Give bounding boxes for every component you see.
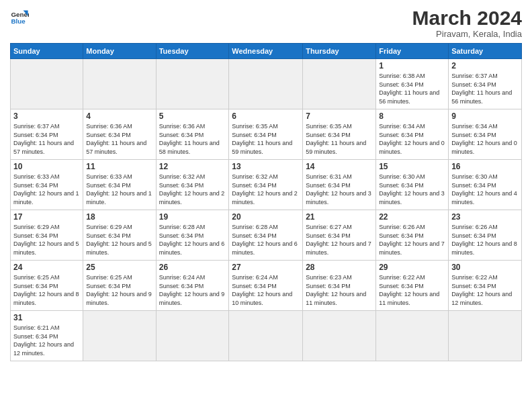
day-info: Sunrise: 6:32 AMSunset: 6:34 PMDaylight:… — [232, 173, 300, 206]
table-cell: 5Sunrise: 6:36 AMSunset: 6:34 PMDaylight… — [156, 109, 229, 160]
day-info: Sunrise: 6:24 AMSunset: 6:34 PMDaylight:… — [232, 273, 300, 307]
table-cell: 23Sunrise: 6:26 AMSunset: 6:34 PMDayligh… — [449, 210, 522, 261]
day-info: Sunrise: 6:30 AMSunset: 6:34 PMDaylight:… — [451, 173, 519, 206]
day-info: Sunrise: 6:26 AMSunset: 6:34 PMDaylight:… — [451, 223, 519, 257]
table-cell: 28Sunrise: 6:23 AMSunset: 6:34 PMDayligh… — [303, 261, 376, 311]
table-cell: 10Sunrise: 6:33 AMSunset: 6:34 PMDayligh… — [11, 160, 83, 210]
day-number: 31 — [13, 313, 80, 322]
table-cell: 4Sunrise: 6:36 AMSunset: 6:34 PMDaylight… — [83, 109, 156, 160]
day-number: 10 — [13, 162, 80, 171]
day-info: Sunrise: 6:31 AMSunset: 6:34 PMDaylight:… — [306, 173, 373, 206]
table-cell — [303, 311, 376, 361]
day-info: Sunrise: 6:25 AMSunset: 6:34 PMDaylight:… — [86, 273, 152, 307]
header-thursday: Thursday — [303, 44, 376, 59]
day-info: Sunrise: 6:33 AMSunset: 6:34 PMDaylight:… — [13, 173, 80, 206]
table-cell — [229, 311, 303, 361]
table-cell: 8Sunrise: 6:34 AMSunset: 6:34 PMDaylight… — [376, 109, 449, 160]
table-cell: 31Sunrise: 6:21 AMSunset: 6:34 PMDayligh… — [11, 311, 83, 361]
day-number: 5 — [159, 111, 226, 121]
day-number: 26 — [159, 263, 226, 272]
day-number: 7 — [306, 111, 373, 121]
table-cell — [156, 59, 229, 109]
day-info: Sunrise: 6:30 AMSunset: 6:34 PMDaylight:… — [379, 173, 445, 206]
day-info: Sunrise: 6:25 AMSunset: 6:34 PMDaylight:… — [13, 273, 80, 307]
logo-icon: General Blue — [10, 7, 29, 26]
header-tuesday: Tuesday — [156, 44, 229, 59]
day-info: Sunrise: 6:36 AMSunset: 6:34 PMDaylight:… — [159, 122, 226, 156]
table-cell: 30Sunrise: 6:22 AMSunset: 6:34 PMDayligh… — [449, 261, 522, 311]
day-number: 3 — [13, 111, 80, 121]
day-number: 1 — [379, 61, 445, 71]
day-number: 22 — [379, 212, 445, 222]
day-info: Sunrise: 6:29 AMSunset: 6:34 PMDaylight:… — [86, 223, 152, 257]
day-number: 28 — [306, 263, 373, 272]
day-number: 20 — [232, 212, 300, 222]
day-number: 29 — [379, 263, 445, 272]
header-friday: Friday — [376, 44, 449, 59]
day-number: 14 — [306, 162, 373, 171]
table-cell: 2Sunrise: 6:37 AMSunset: 6:34 PMDaylight… — [449, 59, 522, 109]
main-title: March 2024 — [412, 7, 522, 29]
table-cell — [11, 59, 83, 109]
table-cell: 20Sunrise: 6:28 AMSunset: 6:34 PMDayligh… — [229, 210, 303, 261]
day-info: Sunrise: 6:36 AMSunset: 6:34 PMDaylight:… — [86, 122, 152, 156]
table-cell — [303, 59, 376, 109]
day-number: 30 — [451, 263, 519, 272]
day-info: Sunrise: 6:37 AMSunset: 6:34 PMDaylight:… — [13, 122, 80, 156]
day-number: 18 — [86, 212, 152, 222]
table-cell: 1Sunrise: 6:38 AMSunset: 6:34 PMDaylight… — [376, 59, 449, 109]
table-cell: 24Sunrise: 6:25 AMSunset: 6:34 PMDayligh… — [11, 261, 83, 311]
table-cell: 17Sunrise: 6:29 AMSunset: 6:34 PMDayligh… — [11, 210, 83, 261]
day-number: 8 — [379, 111, 445, 121]
day-info: Sunrise: 6:28 AMSunset: 6:34 PMDaylight:… — [232, 223, 300, 257]
day-number: 16 — [451, 162, 519, 171]
day-info: Sunrise: 6:21 AMSunset: 6:34 PMDaylight:… — [13, 324, 80, 357]
day-info: Sunrise: 6:37 AMSunset: 6:34 PMDaylight:… — [451, 72, 519, 105]
day-number: 13 — [232, 162, 300, 171]
day-number: 6 — [232, 111, 300, 121]
day-number: 27 — [232, 263, 300, 272]
table-cell — [376, 311, 449, 361]
day-number: 23 — [451, 212, 519, 222]
weekday-header-row: Sunday Monday Tuesday Wednesday Thursday… — [11, 44, 522, 59]
day-info: Sunrise: 6:38 AMSunset: 6:34 PMDaylight:… — [379, 72, 445, 105]
day-number: 11 — [86, 162, 152, 171]
title-area: March 2024 Piravam, Kerala, India — [412, 7, 522, 39]
day-number: 12 — [159, 162, 226, 171]
table-cell: 6Sunrise: 6:35 AMSunset: 6:34 PMDaylight… — [229, 109, 303, 160]
table-cell: 21Sunrise: 6:27 AMSunset: 6:34 PMDayligh… — [303, 210, 376, 261]
table-cell: 27Sunrise: 6:24 AMSunset: 6:34 PMDayligh… — [229, 261, 303, 311]
table-cell: 11Sunrise: 6:33 AMSunset: 6:34 PMDayligh… — [83, 160, 156, 210]
header-wednesday: Wednesday — [229, 44, 303, 59]
table-cell — [156, 311, 229, 361]
day-info: Sunrise: 6:34 AMSunset: 6:34 PMDaylight:… — [379, 122, 445, 156]
page: General Blue March 2024 Piravam, Kerala,… — [0, 0, 532, 411]
day-number: 17 — [13, 212, 80, 222]
table-cell: 22Sunrise: 6:26 AMSunset: 6:34 PMDayligh… — [376, 210, 449, 261]
calendar-table: Sunday Monday Tuesday Wednesday Thursday… — [10, 43, 522, 361]
day-info: Sunrise: 6:34 AMSunset: 6:34 PMDaylight:… — [451, 122, 519, 156]
day-info: Sunrise: 6:35 AMSunset: 6:34 PMDaylight:… — [232, 122, 300, 156]
day-number: 15 — [379, 162, 445, 171]
day-info: Sunrise: 6:29 AMSunset: 6:34 PMDaylight:… — [13, 223, 80, 257]
table-cell: 29Sunrise: 6:22 AMSunset: 6:34 PMDayligh… — [376, 261, 449, 311]
day-info: Sunrise: 6:28 AMSunset: 6:34 PMDaylight:… — [159, 223, 226, 257]
day-info: Sunrise: 6:23 AMSunset: 6:34 PMDaylight:… — [306, 273, 373, 307]
table-cell: 16Sunrise: 6:30 AMSunset: 6:34 PMDayligh… — [449, 160, 522, 210]
table-cell — [449, 311, 522, 361]
table-cell: 13Sunrise: 6:32 AMSunset: 6:34 PMDayligh… — [229, 160, 303, 210]
day-number: 9 — [451, 111, 519, 121]
day-info: Sunrise: 6:35 AMSunset: 6:34 PMDaylight:… — [306, 122, 373, 156]
table-cell: 3Sunrise: 6:37 AMSunset: 6:34 PMDaylight… — [11, 109, 83, 160]
table-cell: 15Sunrise: 6:30 AMSunset: 6:34 PMDayligh… — [376, 160, 449, 210]
day-info: Sunrise: 6:32 AMSunset: 6:34 PMDaylight:… — [159, 173, 226, 206]
header-sunday: Sunday — [11, 44, 83, 59]
day-info: Sunrise: 6:26 AMSunset: 6:34 PMDaylight:… — [379, 223, 445, 257]
subtitle: Piravam, Kerala, India — [412, 29, 522, 39]
day-info: Sunrise: 6:33 AMSunset: 6:34 PMDaylight:… — [86, 173, 152, 206]
table-cell: 9Sunrise: 6:34 AMSunset: 6:34 PMDaylight… — [449, 109, 522, 160]
table-cell: 19Sunrise: 6:28 AMSunset: 6:34 PMDayligh… — [156, 210, 229, 261]
day-info: Sunrise: 6:22 AMSunset: 6:34 PMDaylight:… — [379, 273, 445, 307]
day-number: 4 — [86, 111, 152, 121]
table-cell: 7Sunrise: 6:35 AMSunset: 6:34 PMDaylight… — [303, 109, 376, 160]
